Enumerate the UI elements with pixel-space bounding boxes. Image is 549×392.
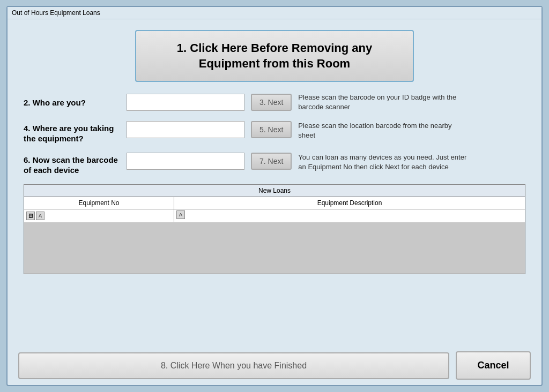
table-body: 🖼 A A	[24, 209, 525, 274]
window-title: Out of Hours Equipment Loans	[12, 9, 100, 17]
step6-hint: You can loan as many devices as you need…	[298, 153, 470, 172]
step1-button[interactable]: 1. Click Here Before Removing any Equipm…	[135, 30, 414, 82]
title-bar: Out of Hours Equipment Loans	[8, 7, 541, 19]
main-window: Out of Hours Equipment Loans 1. Click He…	[6, 6, 543, 386]
bottom-bar: 8. Click Here When you have Finished Can…	[8, 346, 541, 385]
col-equip-header: Equipment No	[24, 197, 174, 209]
equip-icon-1[interactable]: 🖼	[26, 212, 35, 220]
table-title: New Loans	[24, 185, 525, 197]
step4-label: 4. Where are you taking the equipment?	[24, 121, 120, 144]
loans-table: New Loans Equipment No Equipment Descrip…	[24, 184, 525, 274]
form-rows: 2. Who are you? 3. Next Please scan the …	[24, 93, 525, 175]
table-row: 🖼 A A	[24, 209, 525, 223]
scan-barcode-input[interactable]	[127, 153, 244, 170]
col-desc-header: Equipment Description	[174, 197, 525, 209]
step2-label: 2. Who are you?	[24, 97, 120, 108]
desc-icon-1[interactable]: A	[176, 210, 185, 219]
where-taking-input[interactable]	[127, 121, 244, 138]
finish-button[interactable]: 8. Click Here When you have Finished	[18, 352, 449, 379]
step4-hint: Please scan the location barcode from th…	[298, 121, 470, 140]
cancel-button[interactable]: Cancel	[456, 351, 531, 380]
step2-hint: Please scan the barcode on your ID badge…	[298, 93, 470, 112]
step7-next-button[interactable]: 7. Next	[251, 153, 292, 170]
who-are-you-input[interactable]	[127, 94, 244, 111]
td-desc-cell: A	[174, 209, 525, 222]
table-header: Equipment No Equipment Description	[24, 197, 525, 209]
td-equip-cell: 🖼 A	[24, 209, 174, 222]
equip-icon-2[interactable]: A	[36, 212, 44, 220]
step5-next-button[interactable]: 5. Next	[251, 121, 292, 138]
scan-barcode-row: 6. Now scan the barcode of each device 7…	[24, 153, 525, 176]
step6-label: 6. Now scan the barcode of each device	[24, 153, 120, 176]
where-taking-row: 4. Where are you taking the equipment? 5…	[24, 121, 525, 144]
who-are-you-row: 2. Who are you? 3. Next Please scan the …	[24, 93, 525, 112]
step3-next-button[interactable]: 3. Next	[251, 94, 292, 111]
